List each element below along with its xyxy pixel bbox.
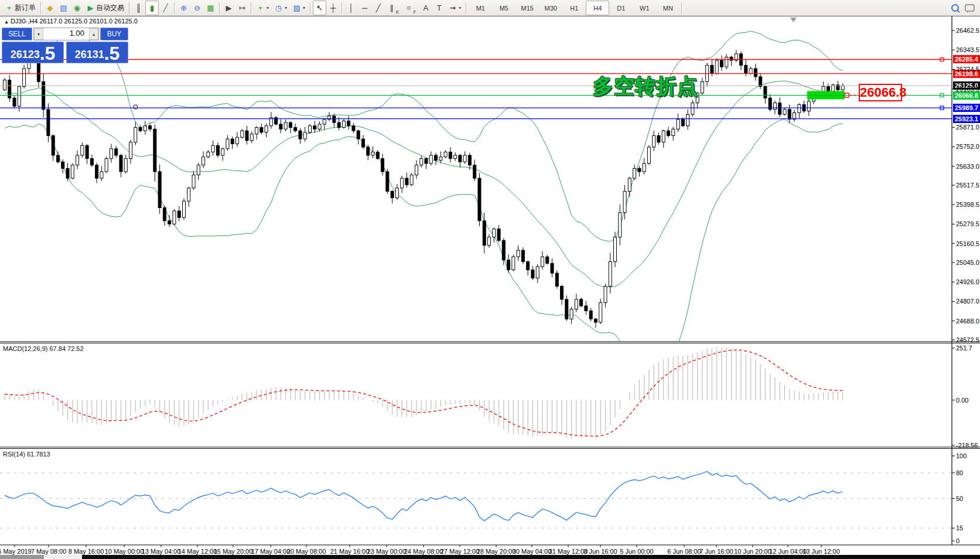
candlestick (410, 175, 413, 185)
candlestick (754, 69, 757, 77)
candlestick (783, 110, 786, 114)
volume-decrease-button[interactable]: ▼ (34, 28, 43, 40)
volume-input[interactable]: 1.00 (43, 28, 89, 40)
candlestick (420, 159, 423, 165)
timeframe-m15-button[interactable]: M15 (515, 1, 539, 15)
toolbar-separator (174, 2, 175, 14)
candlestick (279, 124, 282, 129)
timeframe-h1-button[interactable]: H1 (562, 1, 586, 15)
candlestick (604, 287, 607, 303)
zoom-in-icon: ⊕ (180, 4, 187, 12)
new-order-button[interactable]: +新订单 (2, 1, 39, 15)
horizontal-line-button[interactable]: ─ (358, 1, 371, 15)
chevron-down-icon[interactable]: ▾ (303, 5, 305, 11)
candlestick (347, 121, 350, 125)
candlestick (827, 87, 829, 91)
sell-price-display[interactable]: 26123.5 (2, 42, 64, 63)
new-order-icon: + (5, 4, 13, 12)
equidistant-channel-button[interactable]: ∥E (385, 1, 402, 15)
horizontal-scrollbar[interactable] (0, 555, 980, 559)
icon-sub-letter: E (396, 9, 399, 15)
timeframe-m30-button[interactable]: M30 (539, 1, 562, 15)
candlestick-chart-button[interactable]: ▮ (145, 1, 159, 15)
auto-trading-button[interactable]: ▶自动交易 (84, 1, 127, 15)
text-label-button[interactable]: T (432, 1, 446, 15)
buy-button[interactable]: BUY (100, 28, 128, 40)
candlestick (255, 128, 258, 134)
trendline-button[interactable]: ╱ (371, 1, 385, 15)
main-price-pane[interactable] (4, 31, 845, 380)
candlestick (773, 103, 776, 110)
auto-scroll-button[interactable]: ▶ (222, 1, 235, 15)
text-button[interactable]: A (419, 1, 432, 15)
candlestick (478, 178, 481, 221)
toolbar-separator (681, 2, 682, 14)
candlestick (687, 114, 689, 126)
chevron-down-icon[interactable]: ▾ (285, 5, 287, 11)
circle-marker[interactable] (134, 105, 138, 109)
periods-button[interactable]: ◷▾ (272, 1, 290, 15)
metaeditor-button[interactable]: ◆ (43, 1, 57, 15)
templates-button[interactable]: ▨▾ (290, 1, 308, 15)
candlestick (565, 299, 568, 319)
candlestick (245, 131, 248, 141)
tile-windows-button[interactable]: ▦ (204, 1, 217, 15)
candlestick (463, 155, 466, 162)
candlestick (352, 126, 355, 131)
candlestick (643, 163, 646, 172)
scrollbar-thumb[interactable] (44, 555, 82, 559)
candlestick (454, 155, 457, 159)
macd-pane[interactable] (5, 347, 843, 438)
signals-button[interactable]: ◉ (70, 1, 84, 15)
market-watch-button[interactable]: ▤ (57, 1, 70, 15)
search-button[interactable] (948, 1, 962, 15)
candlestick (303, 132, 306, 139)
candlestick (527, 262, 530, 270)
indicators-button[interactable]: +▾ (254, 1, 272, 15)
toolbar-separator (219, 2, 220, 14)
candlestick (720, 60, 723, 67)
candlestick (425, 159, 428, 163)
chart-shift-button[interactable]: ↦ (235, 1, 249, 15)
scrollbar-track (0, 555, 44, 559)
zoom-in-button[interactable]: ⊕ (177, 1, 190, 15)
candlestick (619, 213, 622, 237)
bar-chart-button[interactable]: ║ (132, 1, 145, 15)
cursor-button[interactable]: ↖ (313, 1, 326, 15)
candlestick (211, 145, 214, 152)
fibonacci-button[interactable]: ≡F (402, 1, 419, 15)
candlestick (139, 128, 142, 131)
timeframe-w1-button[interactable]: W1 (633, 1, 656, 15)
vertical-line-button[interactable]: │ (344, 1, 358, 15)
chat-button[interactable] (962, 1, 978, 15)
line-chart-button[interactable]: ╱ (159, 1, 172, 15)
crosshair-button[interactable]: ┼ (326, 1, 340, 15)
chevron-down-icon[interactable]: ▾ (459, 5, 461, 11)
timeframe-h4-button[interactable]: H4 (586, 1, 609, 15)
candlestick (13, 98, 16, 106)
timeframe-m1-button[interactable]: M1 (469, 1, 492, 15)
candlestick (115, 149, 118, 155)
sell-button[interactable]: SELL (2, 28, 32, 40)
rsi-pane[interactable] (5, 472, 843, 521)
zoom-out-button[interactable]: ⊖ (190, 1, 204, 15)
equidistant-channel-icon: ∥ (388, 4, 395, 12)
candlestick (134, 128, 137, 142)
candlestick (119, 155, 122, 172)
buy-price-display[interactable]: 26131.5 (66, 42, 128, 63)
arrows-button[interactable]: ⇝▾ (446, 1, 464, 15)
timeframe-d1-button[interactable]: D1 (609, 1, 633, 15)
candlestick (333, 116, 336, 122)
toolbar-separator (466, 2, 467, 14)
candlestick (187, 188, 190, 201)
chart-canvas[interactable] (0, 0, 980, 559)
chart-shift-marker[interactable] (790, 18, 797, 22)
candlestick (517, 250, 520, 257)
timeframe-m5-button[interactable]: M5 (492, 1, 515, 15)
candlestick (309, 126, 312, 132)
arrows-icon: ⇝ (449, 4, 456, 12)
timeframe-mn-button[interactable]: MN (656, 1, 679, 15)
vertical-line-icon: │ (347, 4, 355, 12)
chevron-down-icon[interactable]: ▾ (267, 5, 269, 11)
volume-increase-button[interactable]: ▲ (89, 28, 98, 40)
